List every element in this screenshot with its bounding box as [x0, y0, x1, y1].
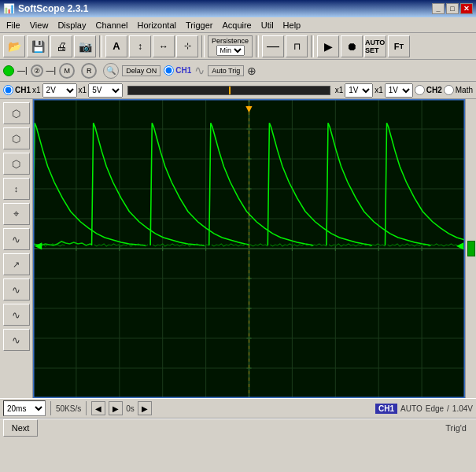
trigger-mode-label: AUTO: [400, 404, 422, 413]
persistence-label: Persistence: [212, 37, 249, 45]
trigger-slope-label: /: [447, 404, 449, 413]
line-button[interactable]: —: [262, 35, 284, 57]
menu-help[interactable]: Help: [279, 19, 306, 31]
noise-side-btn[interactable]: ∿: [3, 329, 30, 351]
ch1-volt-select2[interactable]: 5V2V1V: [88, 83, 123, 98]
menu-acquire[interactable]: Acquire: [217, 19, 256, 31]
menu-file[interactable]: File: [2, 19, 25, 31]
trig-status-label: Trig'd: [445, 423, 467, 433]
autoset-button[interactable]: AUTO SET: [364, 35, 386, 57]
ch1-selector-group: CH1: [3, 85, 31, 95]
hcursor-side-btn[interactable]: ⬡: [3, 127, 30, 149]
delay-box[interactable]: Delay ON: [122, 65, 161, 76]
persistence-select[interactable]: Min 1s 5s Inf: [216, 45, 245, 56]
trigger-level-handle[interactable]: ◀: [456, 240, 463, 251]
math-disp-radio[interactable]: [444, 85, 454, 95]
toolbar-separator-1: [99, 35, 102, 57]
zoom-side-btn[interactable]: ⌖: [3, 203, 30, 225]
title-bar-left: 📊 SoftScope 2.3.1: [3, 3, 88, 14]
persistence-box: Persistence Min 1s 5s Inf: [208, 35, 253, 57]
menu-view[interactable]: View: [25, 19, 54, 31]
menu-display[interactable]: Display: [53, 19, 90, 31]
math-disp-label: Math: [456, 86, 473, 94]
menu-horizontal[interactable]: Horizontal: [132, 19, 181, 31]
ch1-icon: —|: [17, 66, 28, 75]
maximize-button[interactable]: □: [446, 3, 459, 14]
x1-label-4: x1: [375, 86, 383, 94]
x1-label-1: x1: [32, 86, 41, 94]
ch1-disp-label: CH1: [15, 86, 31, 94]
ch2-disp-label: CH2: [426, 86, 442, 94]
status-sep-2: [86, 401, 87, 415]
ch2-disp-radio[interactable]: [415, 85, 425, 95]
trigger-level-bar[interactable]: [127, 86, 330, 95]
tcursor-side-btn[interactable]: ⬡: [3, 153, 30, 175]
trigger-level-label: 1.04V: [452, 404, 473, 413]
vcursor-side-btn[interactable]: ⬡: [3, 102, 30, 124]
zoom-icon: 🔍: [103, 63, 119, 79]
x1-label-2: x1: [79, 86, 87, 94]
ch1-level-handle[interactable]: ◀: [35, 240, 42, 251]
open-button[interactable]: 📂: [3, 35, 25, 57]
sample-rate-label: 50KS/s: [56, 404, 81, 413]
status-bar: 20ms10ms50ms 50KS/s ◀ ▶ 0s ▶ CH1 AUTO Ed…: [0, 398, 476, 419]
status-sep-1: [50, 401, 51, 415]
trigger-pos-marker: ▼: [244, 102, 255, 115]
app-icon: 📊: [3, 3, 15, 14]
trigger-level-marker: [229, 87, 231, 94]
ch1-disp-radio[interactable]: [3, 85, 13, 95]
menu-bar: File View Display Channel Horizontal Tri…: [0, 17, 476, 33]
next-button[interactable]: Next: [3, 419, 38, 437]
channel-toolbar: —| ② —| M R 🔍 Delay ON CH1 ∿ Auto Trig ⊕: [0, 60, 476, 82]
fft-button[interactable]: FT: [388, 35, 410, 57]
trigger-type-label: Edge: [426, 404, 444, 413]
close-button[interactable]: ✕: [460, 3, 473, 14]
screenshot-button[interactable]: 📷: [74, 35, 96, 57]
ref-knob[interactable]: R: [81, 63, 97, 79]
ch-mode-indicator: CH1: [375, 404, 397, 414]
ch1-radio-label: CH1: [175, 66, 191, 75]
ch1-trigger-handle[interactable]: [467, 241, 475, 256]
play-button[interactable]: ▶: [317, 35, 339, 57]
math-side-btn[interactable]: ∿: [3, 228, 30, 250]
auto-trig-box[interactable]: Auto Trig: [208, 65, 244, 76]
trig-volt-select[interactable]: 1V500mV: [345, 83, 373, 98]
ch1-power-indicator[interactable]: [3, 65, 14, 76]
delay-label: Delay ON: [126, 67, 157, 75]
time-div-select[interactable]: 20ms10ms50ms: [3, 400, 46, 416]
menu-util[interactable]: Util: [256, 19, 279, 31]
trig-status: Trig'd: [44, 423, 473, 433]
text-button[interactable]: A: [105, 35, 127, 57]
record-button[interactable]: ⏺: [341, 35, 363, 57]
sin-side-btn[interactable]: ∿: [3, 278, 30, 301]
memory-knob[interactable]: M: [59, 63, 75, 79]
save-button[interactable]: 💾: [27, 35, 49, 57]
scroll-right-btn2[interactable]: ▶: [138, 401, 152, 415]
hcursor-button[interactable]: ↔: [153, 35, 175, 57]
cos-side-btn[interactable]: ∿: [3, 304, 30, 326]
ch1-radio[interactable]: [164, 65, 174, 76]
scope-grid: [33, 99, 465, 398]
scroll-left-btn[interactable]: ◀: [91, 401, 105, 415]
toolbar-separator-4: [311, 35, 314, 57]
scroll-right-btn[interactable]: ▶: [109, 401, 123, 415]
print-button[interactable]: 🖨: [50, 35, 72, 57]
ch2-selector-group: CH2: [415, 85, 442, 95]
vcursor-button[interactable]: ↕: [129, 35, 151, 57]
ch1-knob[interactable]: ②: [31, 65, 43, 77]
menu-channel[interactable]: Channel: [90, 19, 132, 31]
wave-icon: ∿: [194, 63, 205, 78]
measure-side-btn[interactable]: ↕: [3, 178, 30, 200]
menu-trigger[interactable]: Trigger: [181, 19, 217, 31]
auto-trig-label: Auto Trig: [212, 67, 240, 75]
toolbar-separator-3: [256, 35, 259, 57]
minimize-button[interactable]: _: [432, 3, 445, 14]
app-title: SoftScope 2.3.1: [18, 3, 88, 14]
ref-side-btn[interactable]: ↗: [3, 253, 30, 275]
ch1-volt-select[interactable]: 2V1V500mV: [42, 83, 77, 98]
cursor-button[interactable]: ⊹: [176, 35, 198, 57]
math-selector-group: Math: [444, 85, 473, 95]
pulse-button[interactable]: ⊓: [286, 35, 308, 57]
trig-volt-select2[interactable]: 1V500mV: [385, 83, 413, 98]
title-bar-controls: _ □ ✕: [432, 3, 473, 14]
